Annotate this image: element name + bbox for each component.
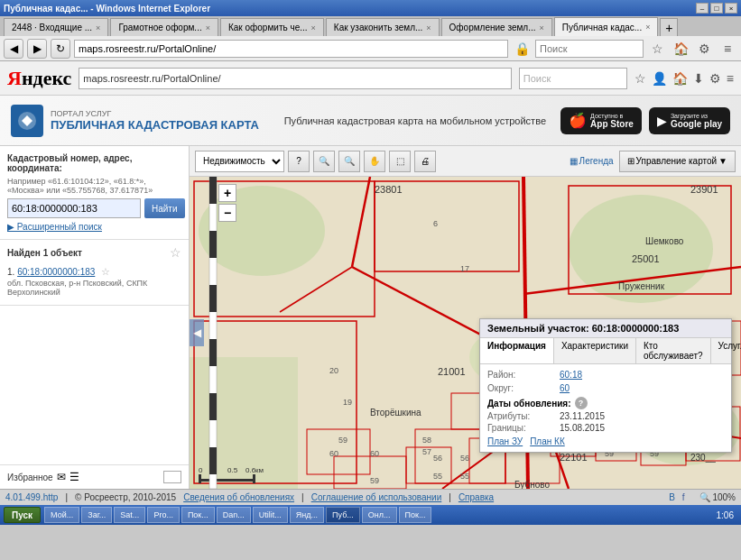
nav-collapse-arrow[interactable]: ◀: [190, 319, 204, 346]
popup-raion-row: Район: 60:18: [487, 370, 724, 380]
plan-kk-link[interactable]: План КК: [530, 436, 565, 446]
yandex-address-bar[interactable]: maps.rosreestr.ru/PortalOnline/: [79, 68, 511, 89]
tab-close-3[interactable]: ×: [426, 23, 431, 32]
map-canvas[interactable]: 23901 23801 25001 21001 22101 230__ Шемк…: [190, 177, 741, 489]
back-button[interactable]: ◀: [4, 39, 23, 59]
svg-text:20: 20: [329, 366, 338, 375]
load-from-label: Загрузите из: [671, 113, 722, 119]
tab-0[interactable]: 2448 · Входящие ... ×: [4, 18, 108, 36]
map-area[interactable]: Недвижимость ? 🔍 🔍 ✋ ⬚ 🖨 ▦ Легенда ⊞ Упр…: [190, 146, 741, 489]
portal-main-title[interactable]: ПУБЛИЧНАЯ КАДАСТРОВАЯ КАРТА: [51, 118, 259, 132]
map-zoom-out-toolbar[interactable]: 🔍: [338, 151, 360, 172]
popup-tab-who[interactable]: Кто обслуживает?: [636, 338, 711, 363]
star-icon[interactable]: ☆: [647, 39, 667, 59]
vk-icon[interactable]: В: [669, 492, 675, 502]
taskbar-item-8[interactable]: Пуб...: [326, 507, 360, 523]
taskbar-item-6[interactable]: Utilit...: [253, 507, 288, 523]
minimize-button[interactable]: –: [696, 3, 709, 14]
popup-okrug-value[interactable]: 60: [560, 383, 570, 393]
property-type-select[interactable]: Недвижимость: [195, 151, 284, 172]
search-hint: Например «61.6:10104:12», «61.8:*», «Мос…: [7, 177, 181, 195]
map-zoom-in-toolbar[interactable]: 🔍: [313, 151, 335, 172]
svg-rect-65: [199, 479, 253, 482]
home-icon[interactable]: 🏠: [671, 39, 690, 59]
yandex-home-icon[interactable]: 🏠: [672, 71, 688, 86]
map-toolbar: Недвижимость ? 🔍 🔍 ✋ ⬚ 🖨 ▦ Легенда ⊞ Упр…: [190, 146, 741, 177]
tab-4[interactable]: Оформление земл... ×: [441, 18, 552, 36]
portal-logo-image: [11, 105, 43, 137]
tab-close-5[interactable]: ×: [645, 23, 650, 32]
taskbar-item-2[interactable]: Sat...: [114, 507, 145, 523]
help-link[interactable]: Справка: [458, 492, 494, 502]
updates-link[interactable]: Сведения об обновлениях: [183, 492, 294, 502]
taskbar-item-7[interactable]: Янд...: [290, 507, 324, 523]
taskbar-item-0[interactable]: Мой...: [44, 507, 79, 523]
svg-text:6: 6: [433, 219, 438, 228]
legend-button[interactable]: ▦ Легенда: [570, 156, 614, 166]
popup-tab-chars[interactable]: Характеристики: [554, 338, 636, 363]
manage-map-button[interactable]: ⊞ Управление картой ▼: [619, 151, 736, 172]
portal-logo: ПОРТАЛ УСЛУГ ПУБЛИЧНАЯ КАДАСТРОВАЯ КАРТА: [11, 105, 259, 137]
close-panel-button[interactable]: [163, 471, 181, 483]
find-button[interactable]: Найти: [144, 198, 185, 218]
tab-close-4[interactable]: ×: [540, 23, 544, 32]
tab-5[interactable]: Публичная кадас... ×: [554, 17, 659, 36]
svg-text:59: 59: [338, 436, 347, 445]
favorites-email-icon[interactable]: ✉: [57, 471, 66, 483]
popup-tab-services[interactable]: Услуг...: [711, 338, 741, 363]
map-select-button[interactable]: ⬚: [389, 151, 411, 172]
address-input[interactable]: [74, 40, 508, 58]
maximize-button[interactable]: □: [710, 3, 723, 14]
map-move-button[interactable]: ✋: [364, 151, 385, 172]
taskbar-item-4[interactable]: Пок...: [181, 507, 215, 523]
svg-text:60: 60: [370, 449, 379, 458]
tools-icon[interactable]: ⚙: [694, 39, 714, 59]
taskbar-item-9[interactable]: Онл...: [362, 507, 397, 523]
menu-icon[interactable]: ≡: [718, 39, 737, 59]
google-play-badge[interactable]: ▶ Загрузите из Google play: [649, 107, 730, 134]
refresh-button[interactable]: ↻: [51, 39, 70, 59]
plan-zu-link[interactable]: План ЗУ: [487, 436, 523, 446]
fb-icon[interactable]: f: [682, 492, 685, 502]
favorites-list-icon[interactable]: ☰: [69, 471, 79, 483]
svg-rect-64: [199, 474, 201, 483]
forward-button[interactable]: ▶: [27, 39, 47, 59]
tab-3[interactable]: Как узаконить земл... ×: [326, 18, 440, 36]
taskbar-items: Мой... Заг... Sat... Pro... Пок... Dan..…: [44, 507, 709, 523]
browser-search-input[interactable]: [535, 40, 644, 58]
yandex-download-icon[interactable]: ⬇: [693, 71, 704, 86]
advanced-search-link[interactable]: ▶ Расширенный поиск: [7, 222, 181, 232]
taskbar-item-3[interactable]: Pro...: [147, 507, 180, 523]
tab-close-1[interactable]: ×: [206, 23, 210, 32]
popup-links: План ЗУ План КК: [487, 436, 724, 446]
yandex-person-icon[interactable]: 👤: [652, 71, 667, 86]
yandex-settings-icon[interactable]: ⚙: [709, 71, 721, 86]
close-button[interactable]: ×: [725, 3, 737, 14]
taskbar-item-10[interactable]: Пок...: [399, 507, 432, 523]
result-link-0[interactable]: 60:18:0000000:183: [17, 267, 95, 277]
zoom-in-button[interactable]: +: [218, 184, 236, 202]
tab-1[interactable]: Грамотное оформ... ×: [110, 18, 218, 36]
popup-tab-info[interactable]: Информация: [480, 338, 554, 363]
new-tab-button[interactable]: +: [660, 18, 678, 36]
result-star-0[interactable]: ☆: [101, 266, 110, 277]
app-store-badge[interactable]: 🍎 Доступно в App Store: [560, 107, 642, 134]
map-info-button[interactable]: ?: [288, 151, 310, 172]
zoom-out-button[interactable]: −: [218, 204, 236, 222]
tab-2[interactable]: Как оформить че... ×: [220, 18, 324, 36]
yandex-bookmark-icon[interactable]: ☆: [634, 71, 646, 86]
taskbar-item-5[interactable]: Dan...: [217, 507, 251, 523]
tab-close-0[interactable]: ×: [96, 23, 100, 32]
taskbar-item-1[interactable]: Заг...: [81, 507, 112, 523]
yandex-search-box[interactable]: Поиск: [519, 68, 627, 89]
popup-raion-value[interactable]: 60:18: [560, 370, 582, 380]
tab-close-2[interactable]: ×: [311, 23, 316, 32]
start-button[interactable]: Пуск: [4, 507, 41, 523]
map-print-button[interactable]: 🖨: [414, 151, 436, 172]
app-store-label: App Store: [590, 119, 634, 129]
cadastral-search-input[interactable]: [7, 198, 141, 218]
portal-subtitle: ПОРТАЛ УСЛУГ: [51, 109, 259, 118]
dates-info-icon[interactable]: ?: [575, 397, 588, 409]
yandex-menu-icon[interactable]: ≡: [727, 71, 734, 86]
agreement-link[interactable]: Соглашение об использовании: [311, 492, 442, 502]
